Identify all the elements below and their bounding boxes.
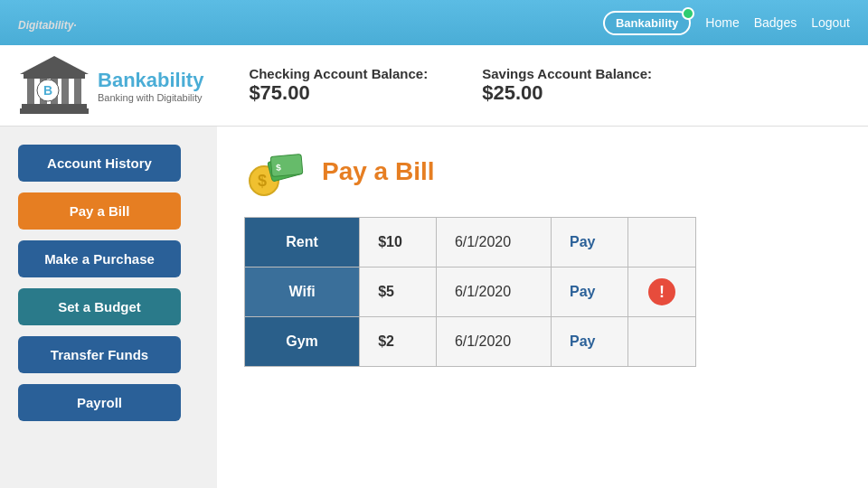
- main-content: Account History Pay a Bill Make a Purcha…: [0, 127, 868, 488]
- bill-name-wifi: Wifi: [245, 267, 360, 317]
- bill-amount-wifi: $5: [360, 267, 437, 317]
- page-title-pay: Pay: [322, 157, 367, 185]
- sidebar: Account History Pay a Bill Make a Purcha…: [0, 127, 217, 488]
- home-nav-link[interactable]: Home: [705, 15, 739, 30]
- bill-amount-rent: $10: [360, 218, 437, 267]
- savings-label: Savings Account Balance:: [482, 66, 652, 81]
- make-a-purchase-button[interactable]: Make a Purchase: [18, 240, 181, 277]
- alert-icon: !: [648, 278, 675, 305]
- table-row: Rent $10 6/1/2020 Pay: [245, 218, 696, 267]
- bills-table: Rent $10 6/1/2020 Pay Wifi $5 6/1/2020 P…: [244, 217, 696, 367]
- bill-amount-gym: $2: [360, 317, 437, 367]
- svg-rect-5: [61, 79, 69, 104]
- payroll-button[interactable]: Payroll: [18, 384, 181, 421]
- page-title-rest: a Bill: [367, 157, 435, 185]
- svg-rect-7: [22, 104, 87, 108]
- svg-rect-8: [20, 108, 89, 114]
- bill-date-wifi: 6/1/2020: [436, 267, 551, 317]
- bill-pay-rent[interactable]: Pay: [552, 218, 628, 267]
- page-header: $ $ Pay a Bill: [244, 145, 841, 199]
- bill-pay-wifi[interactable]: Pay: [552, 267, 628, 317]
- bill-alert-gym: [627, 317, 695, 367]
- notification-dot: [682, 7, 694, 20]
- app-logo: Digitability·: [18, 13, 77, 33]
- bill-date-rent: 6/1/2020: [436, 218, 551, 267]
- checking-amount: $75.00: [249, 81, 428, 105]
- checking-label: Checking Account Balance:: [249, 66, 428, 81]
- bank-name: Bankability: [98, 69, 203, 92]
- savings-amount: $25.00: [482, 81, 652, 105]
- bank-name-b: B: [98, 69, 112, 91]
- money-icon: $ $: [244, 145, 307, 199]
- transfer-funds-button[interactable]: Transfer Funds: [18, 336, 181, 373]
- bill-pay-gym[interactable]: Pay: [552, 317, 628, 367]
- bank-tagline: Banking with Digitability: [98, 92, 203, 103]
- pay-rent-link[interactable]: Pay: [570, 234, 595, 249]
- savings-account: Savings Account Balance: $25.00: [482, 66, 652, 105]
- checking-account: Checking Account Balance: $75.00: [249, 66, 428, 105]
- table-row: Gym $2 6/1/2020 Pay: [245, 317, 696, 367]
- bank-name-block: Bankability Banking with Digitability: [98, 69, 203, 103]
- svg-text:$: $: [258, 172, 267, 190]
- bankability-nav-button[interactable]: Bankability: [603, 11, 691, 35]
- bank-info-bar: B Bankability Banking with Digitability …: [0, 45, 868, 127]
- logout-nav-link[interactable]: Logout: [811, 15, 850, 30]
- bill-content: $ $ Pay a Bill Rent $10 6/1/2020 Pay: [217, 127, 868, 488]
- svg-text:B: B: [43, 83, 52, 98]
- app-header: Digitability· Bankability Home Badges Lo…: [0, 0, 868, 45]
- pay-gym-link[interactable]: Pay: [570, 333, 595, 349]
- svg-marker-0: [20, 56, 89, 74]
- bank-logo: B Bankability Banking with Digitability: [18, 54, 203, 117]
- pay-a-bill-button[interactable]: Pay a Bill: [18, 192, 181, 230]
- svg-rect-2: [27, 79, 34, 104]
- app-logo-text: Digitability: [18, 19, 73, 32]
- header-nav: Bankability Home Badges Logout: [603, 11, 850, 35]
- svg-rect-6: [74, 79, 81, 104]
- set-a-budget-button[interactable]: Set a Budget: [18, 288, 181, 325]
- bill-name-rent: Rent: [245, 218, 360, 267]
- logo-mark: ·: [73, 19, 76, 32]
- bill-alert-rent: [627, 218, 695, 267]
- table-row: Wifi $5 6/1/2020 Pay !: [245, 267, 696, 317]
- badges-nav-link[interactable]: Badges: [754, 15, 797, 30]
- svg-rect-1: [24, 74, 85, 79]
- page-title: Pay a Bill: [322, 157, 435, 186]
- bankability-label: Bankability: [616, 16, 678, 30]
- bill-alert-wifi: !: [627, 267, 695, 317]
- bank-building-icon: B: [18, 54, 90, 117]
- bill-date-gym: 6/1/2020: [436, 317, 551, 367]
- account-info: Checking Account Balance: $75.00 Savings…: [249, 66, 652, 105]
- bank-name-rest: ankability: [112, 69, 203, 91]
- bill-name-gym: Gym: [245, 317, 360, 367]
- account-history-button[interactable]: Account History: [18, 145, 181, 182]
- pay-wifi-link[interactable]: Pay: [570, 284, 595, 299]
